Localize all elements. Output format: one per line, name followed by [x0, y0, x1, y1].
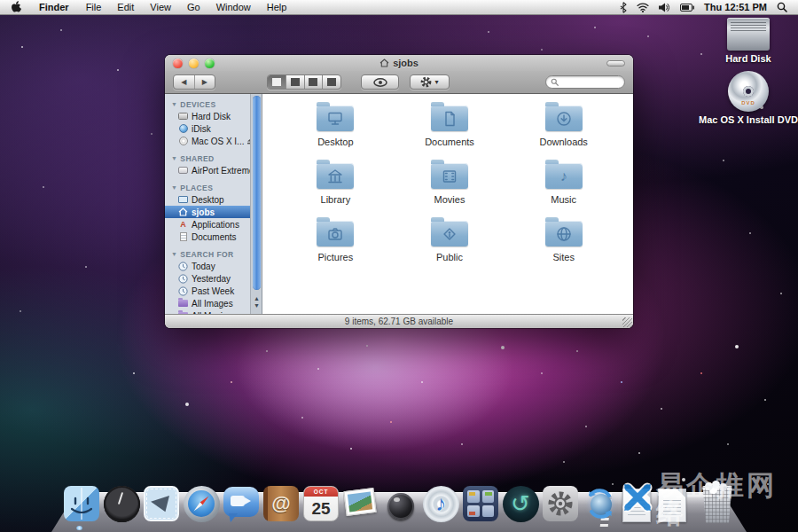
sidebar-item-today[interactable]: Today — [165, 260, 250, 272]
battery-icon[interactable] — [680, 4, 694, 12]
window-title-bar[interactable]: sjobs — [165, 55, 633, 71]
desktop-mini-icon — [178, 195, 188, 205]
status-bar: 9 items, 62.71 GB available — [165, 314, 633, 328]
close-button[interactable] — [173, 59, 183, 68]
folder-movies[interactable]: Movies — [393, 155, 507, 213]
dock-system-preferences-icon[interactable] — [542, 485, 579, 522]
dock-ical-icon[interactable]: OCT 25 — [302, 485, 340, 522]
folder-icon — [317, 106, 354, 131]
folder-view[interactable]: Desktop Documents Downloads — [262, 94, 633, 314]
menu-bar-clock[interactable]: Thu 12:51 PM — [704, 2, 767, 12]
sidebar-item-documents[interactable]: Documents — [165, 231, 250, 243]
sidebar-item-idisk[interactable]: iDisk — [165, 122, 250, 135]
sidebar-item-all-images[interactable]: All Images — [165, 297, 250, 309]
back-icon[interactable]: ◀ — [174, 75, 194, 89]
folder-icon — [545, 221, 583, 246]
list-view-icon — [291, 78, 300, 86]
menu-window[interactable]: Window — [208, 0, 259, 15]
document-icon — [178, 232, 188, 242]
scrollbar-thumb[interactable] — [253, 96, 261, 290]
folder-icon: ♪ — [545, 163, 583, 189]
sidebar-scrollbar[interactable]: ▲ ▼ — [250, 94, 262, 314]
dock-spaces-icon[interactable] — [462, 485, 499, 522]
dock-mail-icon[interactable] — [143, 485, 180, 522]
resize-grip[interactable] — [622, 317, 632, 327]
forward-icon[interactable]: ▶ — [195, 75, 215, 89]
apple-menu-icon[interactable] — [0, 1, 30, 13]
column-view-button[interactable] — [305, 75, 324, 89]
menu-help[interactable]: Help — [259, 0, 295, 15]
scroll-up-icon[interactable]: ▲ — [254, 295, 260, 301]
disclosure-triangle-icon[interactable]: ▼ — [171, 155, 177, 161]
folder-downloads[interactable]: Downloads — [506, 98, 621, 155]
dvd-disc-text: DVD — [728, 100, 769, 106]
sidebar-section-shared[interactable]: ▼ SHARED — [165, 153, 250, 164]
dock-dashboard-icon[interactable] — [103, 485, 140, 522]
dvd-disc-icon: DVD — [728, 71, 769, 112]
desktop-icon-install-dvd[interactable]: DVD Mac OS X Install DVD — [697, 71, 798, 125]
dock-ichat-icon[interactable] — [223, 485, 260, 522]
sidebar-item-desktop[interactable]: Desktop — [165, 193, 250, 206]
menu-finder[interactable]: Finder — [30, 0, 78, 15]
dock-downloads-stack-icon[interactable] — [658, 489, 686, 522]
home-icon — [379, 59, 389, 67]
dock-documents-stack-icon[interactable] — [622, 489, 651, 522]
folder-library[interactable]: Library — [278, 155, 393, 213]
disclosure-triangle-icon[interactable]: ▼ — [171, 251, 177, 257]
action-menu-button[interactable]: ▾ — [410, 74, 450, 90]
disclosure-triangle-icon[interactable]: ▼ — [171, 184, 177, 191]
sidebar-section-devices[interactable]: ▼ DEVICES — [165, 98, 250, 110]
wifi-icon[interactable] — [637, 3, 649, 12]
sidebar-item-sjobs[interactable]: sjobs — [165, 206, 250, 218]
menu-view[interactable]: View — [142, 0, 179, 15]
menu-edit[interactable]: Edit — [109, 0, 142, 15]
sidebar-item-past-week[interactable]: Past Week — [165, 285, 250, 297]
sidebar-item-install-dvd[interactable]: Mac OS X I... — [165, 135, 250, 147]
dock-safari-icon[interactable] — [183, 485, 220, 522]
home-icon — [178, 207, 188, 217]
toolbar-toggle-button[interactable] — [606, 60, 625, 66]
zoom-button[interactable] — [205, 59, 215, 68]
dock-software-update-icon[interactable] — [582, 485, 619, 522]
finder-window: sjobs ◀ ▶ ▾ — [165, 55, 633, 328]
menu-file[interactable]: File — [78, 0, 110, 15]
sidebar-item-applications[interactable]: A Applications — [165, 218, 250, 231]
desktop-icon-hard-disk[interactable]: Hard Disk — [697, 18, 798, 64]
list-view-button[interactable] — [286, 75, 305, 89]
dock-finder-icon[interactable] — [63, 485, 100, 522]
folder-documents[interactable]: Documents — [393, 98, 507, 155]
dock-photo-booth-icon[interactable] — [382, 485, 419, 522]
dock-itunes-icon[interactable]: ♪ — [422, 485, 459, 522]
spotlight-icon[interactable] — [777, 2, 787, 12]
minimize-button[interactable] — [189, 59, 199, 68]
volume-icon[interactable] — [659, 3, 670, 12]
dock-address-book-icon[interactable]: @ — [262, 485, 300, 522]
folder-sites[interactable]: Sites — [506, 213, 621, 270]
bluetooth-icon[interactable] — [620, 2, 627, 13]
folder-pictures[interactable]: Pictures — [278, 213, 393, 270]
search-icon — [551, 78, 559, 86]
icon-view-button[interactable] — [268, 75, 286, 89]
dock-iphoto-icon[interactable] — [342, 485, 379, 522]
menu-go[interactable]: Go — [179, 0, 208, 15]
sidebar-section-places[interactable]: ▼ PLACES — [165, 182, 250, 193]
dock-time-machine-icon[interactable]: ↺ — [502, 485, 539, 522]
menu-bar: Finder File Edit View Go Window Help Thu… — [0, 0, 798, 15]
folder-public[interactable]: Public — [393, 213, 507, 270]
disclosure-triangle-icon[interactable]: ▼ — [171, 101, 177, 107]
back-forward-buttons[interactable]: ◀ ▶ — [173, 74, 215, 90]
column-view-icon — [309, 78, 317, 86]
search-input[interactable] — [545, 75, 625, 89]
folder-music[interactable]: ♪ Music — [506, 155, 621, 213]
quick-look-button[interactable] — [361, 74, 399, 90]
scroll-down-icon[interactable]: ▼ — [254, 302, 260, 309]
sidebar-section-search-for[interactable]: ▼ SEARCH FOR — [165, 248, 250, 260]
sidebar-item-airport-extreme[interactable]: AirPort Extreme — [165, 164, 250, 176]
coverflow-view-button[interactable] — [323, 75, 340, 89]
folder-icon — [545, 106, 583, 131]
folder-desktop[interactable]: Desktop — [278, 98, 393, 155]
dock-trash-icon[interactable] — [701, 486, 733, 523]
sidebar-item-yesterday[interactable]: Yesterday — [165, 272, 250, 285]
sidebar-item-hard-disk[interactable]: Hard Disk — [165, 110, 250, 122]
hard-drive-icon — [178, 112, 188, 121]
